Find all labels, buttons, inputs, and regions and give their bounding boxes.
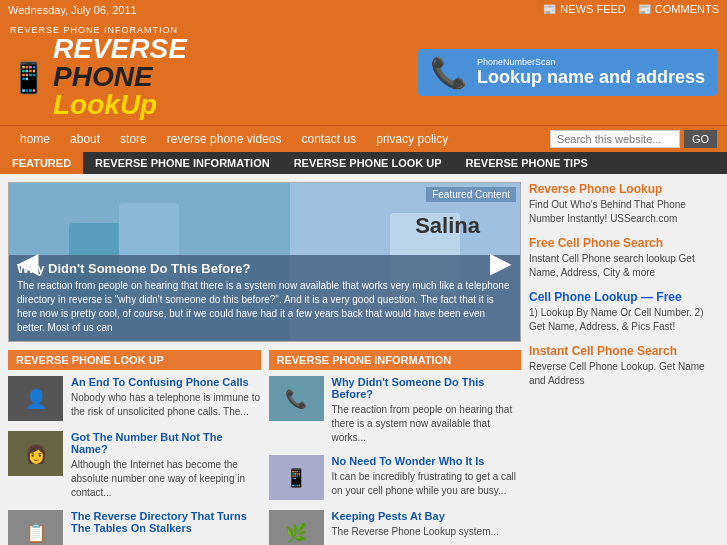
secondary-nav: FEATURED REVERSE PHONE INFORMATION REVER… (0, 152, 727, 174)
nav-store[interactable]: store (110, 130, 157, 148)
header: REVERSE PHONE INFORAMTION 📱 REVERSE PHON… (0, 19, 727, 125)
featured-excerpt: The reaction from people on hearing that… (17, 279, 512, 335)
article-content: The Reverse Directory That Turns The Tab… (71, 510, 261, 537)
nav-home[interactable]: home (10, 130, 60, 148)
logo-up: Up (120, 89, 157, 120)
featured-caption: Why Didn't Someone Do This Before? The r… (9, 255, 520, 341)
feeds: NEWS FEED COMMENTS (543, 3, 719, 16)
date-label: Wednesday, July 06, 2011 (8, 4, 137, 16)
sidebar-link-desc: Find Out Who's Behind That Phone Number … (529, 198, 719, 226)
article-link[interactable]: Keeping Pests At Bay (332, 510, 445, 522)
article-excerpt: The reaction from people on hearing that… (332, 403, 522, 445)
content-area: Featured Content Salina ◀ ▶ Why Didn't S… (8, 182, 521, 545)
sidebar-link-item: Free Cell Phone Search Instant Cell Phon… (529, 236, 719, 280)
article-thumb: 🌿 (269, 510, 324, 545)
secnav-reverse-phone-tips[interactable]: REVERSE PHONE TIPS (454, 152, 600, 174)
secnav-reverse-phone-lookup[interactable]: REVERSE PHONE LOOK UP (282, 152, 454, 174)
article-content: Got The Number But Not The Name? Althoug… (71, 431, 261, 500)
article-excerpt: The Reverse Phone Lookup system... (332, 525, 499, 539)
col-left: REVERSE PHONE LOOK UP 👤 An End To Confus… (8, 350, 261, 545)
comments-link[interactable]: COMMENTS (638, 3, 719, 16)
logo-area: REVERSE PHONE INFORAMTION 📱 REVERSE PHON… (10, 25, 187, 119)
nav-bar: home about store reverse phone videos co… (0, 125, 727, 152)
two-col-area: REVERSE PHONE LOOK UP 👤 An End To Confus… (8, 350, 521, 545)
prev-arrow-icon[interactable]: ◀ (17, 246, 39, 279)
list-item: 📱 No Need To Wonder Who It Is It can be … (269, 455, 522, 500)
article-excerpt: It can be incredibly frustrating to get … (332, 470, 522, 498)
article-content: An End To Confusing Phone Calls Nobody w… (71, 376, 261, 419)
article-content: No Need To Wonder Who It Is It can be in… (332, 455, 522, 498)
article-thumb: 📱 (269, 455, 324, 500)
sidebar-link-desc: Instant Cell Phone search lookup Get Nam… (529, 252, 719, 280)
sidebar-links: Reverse Phone Lookup Find Out Who's Behi… (529, 182, 719, 388)
article-link[interactable]: Why Didn't Someone Do This Before? (332, 376, 485, 400)
search-area: GO (550, 130, 717, 148)
secnav-featured[interactable]: FEATURED (0, 152, 83, 174)
article-link[interactable]: Got The Number But Not The Name? (71, 431, 223, 455)
featured-title: Why Didn't Someone Do This Before? (17, 261, 512, 276)
list-item: 📋 The Reverse Directory That Turns The T… (8, 510, 261, 545)
article-link[interactable]: The Reverse Directory That Turns The Tab… (71, 510, 247, 534)
article-excerpt: Although the Internet has become the abs… (71, 458, 261, 500)
featured-city: Salina (415, 213, 480, 239)
col-left-header: REVERSE PHONE LOOK UP (8, 350, 261, 370)
logo-look: Look (53, 89, 120, 120)
logo-main: REVERSE PHONE LookUp (53, 35, 187, 119)
logo-lookup: LookUp (53, 91, 187, 119)
article-content: Why Didn't Someone Do This Before? The r… (332, 376, 522, 445)
secnav-reverse-phone-info[interactable]: REVERSE PHONE INFORMATION (83, 152, 282, 174)
ad-text: Lookup name and address (477, 67, 705, 87)
phone-logo-icon: 📱 (10, 60, 47, 95)
ad-site: PhoneNumberScan (477, 57, 705, 67)
top-bar: Wednesday, July 06, 2011 NEWS FEED COMME… (0, 0, 727, 19)
sidebar-link-item: Instant Cell Phone Search Reverse Cell P… (529, 344, 719, 388)
sidebar-link[interactable]: Instant Cell Phone Search (529, 344, 719, 358)
featured-slider: Featured Content Salina ◀ ▶ Why Didn't S… (8, 182, 521, 342)
col-right-header: REVERSE PHONE INFORMATION (269, 350, 522, 370)
list-item: 👩 Got The Number But Not The Name? Altho… (8, 431, 261, 500)
sidebar-link-item: Cell Phone Lookup — Free 1) Lookup By Na… (529, 290, 719, 334)
featured-label: Featured Content (426, 187, 516, 202)
nav-reverse-videos[interactable]: reverse phone videos (157, 130, 292, 148)
sidebar-link[interactable]: Cell Phone Lookup — Free (529, 290, 719, 304)
sidebar: Reverse Phone Lookup Find Out Who's Behi… (529, 182, 719, 545)
nav-about[interactable]: about (60, 130, 110, 148)
col-right: REVERSE PHONE INFORMATION 📞 Why Didn't S… (269, 350, 522, 545)
article-thumb: 📋 (8, 510, 63, 545)
search-button[interactable]: GO (684, 130, 717, 148)
sidebar-link-desc: Reverse Cell Phone Lookup. Get Name and … (529, 360, 719, 388)
ad-banner[interactable]: 📞 PhoneNumberScan Lookup name and addres… (418, 49, 717, 96)
sidebar-link-item: Reverse Phone Lookup Find Out Who's Behi… (529, 182, 719, 226)
list-item: 🌿 Keeping Pests At Bay The Reverse Phone… (269, 510, 522, 545)
article-thumb: 📞 (269, 376, 324, 421)
article-content: Keeping Pests At Bay The Reverse Phone L… (332, 510, 499, 539)
logo-phone: PHONE (53, 63, 187, 91)
sidebar-link[interactable]: Free Cell Phone Search (529, 236, 719, 250)
sidebar-link[interactable]: Reverse Phone Lookup (529, 182, 719, 196)
nav-contact[interactable]: contact us (292, 130, 367, 148)
ad-content: PhoneNumberScan Lookup name and address (477, 57, 705, 88)
logo-reverse: REVERSE (53, 35, 187, 63)
article-thumb: 👩 (8, 431, 63, 476)
ad-phone-icon: 📞 (430, 55, 467, 90)
article-link[interactable]: An End To Confusing Phone Calls (71, 376, 249, 388)
article-thumb: 👤 (8, 376, 63, 421)
nav-privacy[interactable]: privacy policy (366, 130, 458, 148)
list-item: 📞 Why Didn't Someone Do This Before? The… (269, 376, 522, 445)
list-item: 👤 An End To Confusing Phone Calls Nobody… (8, 376, 261, 421)
sidebar-link-desc: 1) Lookup By Name Or Cell Number. 2) Get… (529, 306, 719, 334)
article-excerpt: Nobody who has a telephone is immune to … (71, 391, 261, 419)
main-content: Featured Content Salina ◀ ▶ Why Didn't S… (0, 174, 727, 545)
next-arrow-icon[interactable]: ▶ (490, 246, 512, 279)
newsfeed-link[interactable]: NEWS FEED (543, 3, 625, 16)
logo-row: 📱 REVERSE PHONE LookUp (10, 35, 187, 119)
article-link[interactable]: No Need To Wonder Who It Is (332, 455, 485, 467)
search-input[interactable] (550, 130, 680, 148)
